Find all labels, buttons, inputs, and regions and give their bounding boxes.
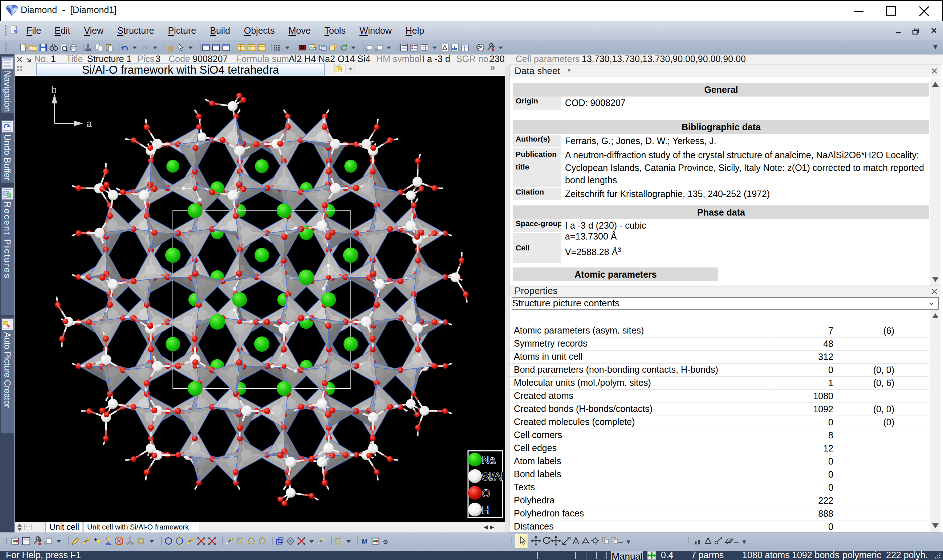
svg-text:b: b	[51, 85, 57, 95]
svg-text:Si/Al: Si/Al	[482, 471, 504, 482]
svg-text:a: a	[86, 118, 92, 129]
svg-text:H: H	[482, 504, 490, 516]
svg-text:O: O	[482, 488, 490, 499]
svg-text:M: M	[362, 537, 367, 545]
svg-text:Na: Na	[482, 454, 496, 466]
